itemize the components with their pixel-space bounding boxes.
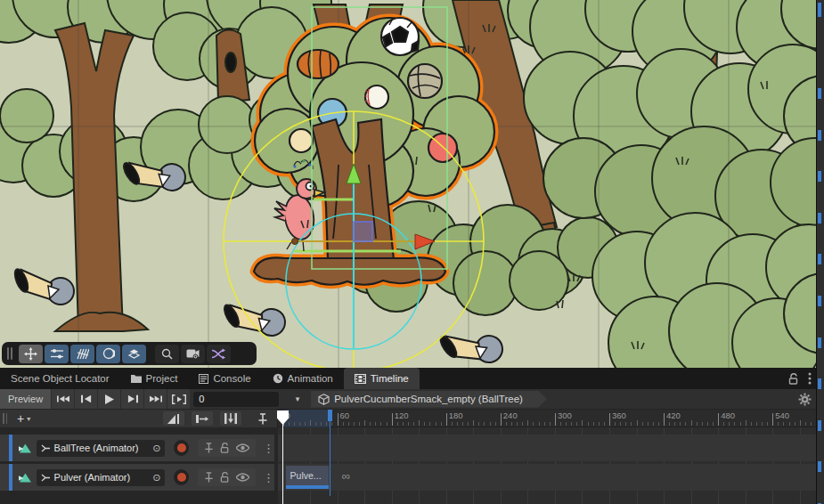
tab-label: Timeline xyxy=(371,373,409,384)
add-track-button[interactable]: +▾ xyxy=(12,411,36,426)
ruler-tick xyxy=(685,422,686,426)
track-kebab-menu[interactable]: ⋮ xyxy=(263,442,274,455)
ruler-tick xyxy=(484,422,485,426)
panel-edge-dash xyxy=(818,3,821,17)
plane-handle[interactable] xyxy=(354,222,372,241)
record-button[interactable] xyxy=(174,469,189,485)
timeline-ruler[interactable]: 060120180240300360420480540 xyxy=(278,410,816,427)
marker-pin-button[interactable] xyxy=(257,413,268,425)
cream-ball xyxy=(290,129,313,152)
track-kebab-menu[interactable]: ⋮ xyxy=(263,471,274,484)
tab-scene-object-locator[interactable]: Scene Object Locator xyxy=(0,368,120,389)
ruler-tick xyxy=(669,422,670,426)
ruler-tick xyxy=(522,422,523,426)
eye-icon[interactable] xyxy=(236,473,249,482)
ruler-tick xyxy=(674,422,675,426)
goto-start-button[interactable] xyxy=(51,389,74,409)
pin-icon[interactable] xyxy=(204,472,214,483)
animator-object-field[interactable]: Pulver (Animator) ⊙ xyxy=(37,469,166,486)
sphere-tool-button[interactable] xyxy=(96,345,120,363)
ruler-tick xyxy=(723,422,724,426)
replace-mode-button[interactable] xyxy=(220,411,241,426)
ruler-tick xyxy=(392,413,393,426)
panel-edge-dash xyxy=(818,213,821,224)
track-header-icons xyxy=(198,468,256,486)
ruler-tick xyxy=(805,422,806,426)
ruler-tick xyxy=(588,422,589,426)
ruler-tick xyxy=(501,413,502,426)
timeline-breadcrumb[interactable]: PulverCucumberSmack_empty (BallTree) xyxy=(311,391,547,408)
ruler-tick xyxy=(364,420,365,426)
unlock-icon[interactable] xyxy=(220,472,230,483)
baseball xyxy=(364,85,388,109)
tab-label: Animation xyxy=(288,373,333,384)
ruler-tick xyxy=(326,422,327,426)
panel-edge-dash xyxy=(818,254,821,264)
tab-animation[interactable]: Animation xyxy=(262,368,344,389)
next-frame-button[interactable] xyxy=(120,389,143,409)
track-header[interactable]: Pulver (Animator) ⊙ ⋮ xyxy=(0,464,274,491)
play-button[interactable] xyxy=(97,389,120,409)
eye-icon[interactable] xyxy=(236,443,249,452)
kebab-menu-icon[interactable] xyxy=(808,372,812,385)
track-header-icons xyxy=(198,439,256,457)
track-toolbar: +▾ xyxy=(0,410,278,427)
ripple-mode-button[interactable] xyxy=(192,411,213,426)
ruler-tick xyxy=(495,422,496,426)
ruler-tick xyxy=(511,422,512,426)
scene-canvas xyxy=(0,0,824,368)
timeline-settings-button[interactable] xyxy=(798,393,812,406)
scene-viewport[interactable] xyxy=(0,0,824,368)
camera-tool-button[interactable] xyxy=(181,345,205,363)
prev-frame-button[interactable] xyxy=(74,389,97,409)
track-lane[interactable] xyxy=(278,435,816,461)
unlock-icon[interactable] xyxy=(220,443,230,453)
unlock-icon[interactable] xyxy=(788,373,799,385)
docked-panel-edge-strip[interactable] xyxy=(816,0,824,504)
ruler-tick xyxy=(795,422,795,426)
ruler-tick xyxy=(527,420,528,426)
move-tool-button[interactable] xyxy=(19,345,43,363)
play-range-icon xyxy=(172,394,186,404)
track-header[interactable]: BallTree (Animator) ⊙ ⋮ xyxy=(0,435,274,461)
preview-toggle-button[interactable]: Preview xyxy=(0,389,51,409)
ruler-tick xyxy=(734,422,735,426)
goto-end-icon xyxy=(150,394,162,403)
search-tool-button[interactable] xyxy=(155,345,179,363)
playhead-line xyxy=(282,424,284,504)
ruler-tick xyxy=(436,422,436,426)
object-picker-icon[interactable]: ⊙ xyxy=(152,443,160,454)
shuffle-icon xyxy=(212,348,225,360)
current-frame-field[interactable]: 0 xyxy=(193,392,279,407)
tab-project[interactable]: Project xyxy=(120,368,189,389)
ruler-tick xyxy=(348,422,349,426)
hatch-tool-button[interactable] xyxy=(70,345,94,363)
track-lane[interactable]: Pulve... ∞ xyxy=(278,464,816,491)
ruler-tick xyxy=(506,422,507,426)
ruler-tick xyxy=(408,422,409,426)
tab-timeline[interactable]: Timeline xyxy=(344,368,420,389)
ripple-mode-icon xyxy=(196,414,208,424)
ruler-tick xyxy=(653,422,654,426)
clock-icon xyxy=(273,373,283,384)
volleyball xyxy=(408,64,442,98)
panel-edge-dash xyxy=(818,296,821,306)
toolbar-drag-handle[interactable] xyxy=(7,347,14,360)
tab-console[interactable]: Console xyxy=(188,368,261,389)
play-range-button[interactable] xyxy=(167,389,190,409)
layers-tool-button[interactable] xyxy=(122,345,146,363)
shuffle-tool-button[interactable] xyxy=(207,345,231,363)
object-picker-icon[interactable]: ⊙ xyxy=(152,472,160,484)
record-button[interactable] xyxy=(174,440,189,456)
chevron-down-icon: ▾ xyxy=(27,415,30,423)
goto-end-button[interactable] xyxy=(143,389,167,409)
animation-clip[interactable]: Pulve... xyxy=(286,466,330,489)
tab-label: Scene Object Locator xyxy=(11,373,110,384)
ruler-tick xyxy=(359,422,360,426)
ruler-tick xyxy=(740,422,741,426)
mix-mode-button[interactable] xyxy=(163,411,184,426)
pin-icon[interactable] xyxy=(204,443,214,453)
sliders-tool-button[interactable] xyxy=(45,345,69,363)
animator-object-field[interactable]: BallTree (Animator) ⊙ xyxy=(37,440,166,457)
timeline-dropdown-arrow[interactable]: ▾ xyxy=(286,394,309,403)
